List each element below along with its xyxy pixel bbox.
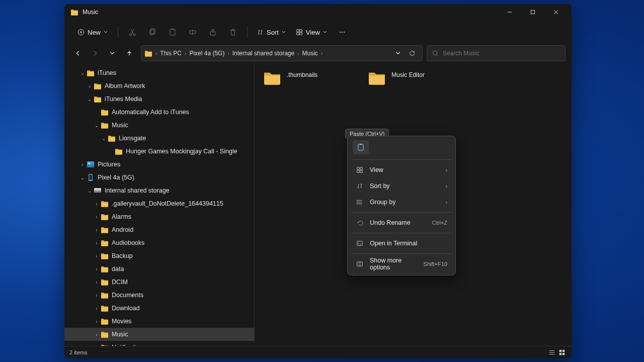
- view-button[interactable]: View: [292, 26, 331, 39]
- expander-icon[interactable]: ›: [93, 345, 101, 346]
- tree-item[interactable]: Hunger Games Mockingjay Call - Single: [64, 145, 254, 158]
- expander-icon[interactable]: ⌄: [78, 175, 87, 180]
- back-button[interactable]: [70, 46, 86, 61]
- tree-item[interactable]: ›.galleryvault_DoNotDelete_1644394115: [64, 197, 254, 210]
- more-button[interactable]: [333, 23, 351, 41]
- expander-icon[interactable]: ⌄: [78, 70, 87, 76]
- expander-icon[interactable]: ⌄: [86, 188, 94, 194]
- expander-icon[interactable]: ›: [93, 306, 101, 311]
- delete-button[interactable]: [224, 23, 242, 41]
- tree-item[interactable]: ›Notifications: [64, 341, 254, 346]
- tree-item[interactable]: ⌄iTunes Media: [64, 93, 254, 106]
- maximize-button[interactable]: [521, 4, 544, 20]
- tree-item[interactable]: ⌄Lionsgate: [64, 132, 254, 145]
- sort-button[interactable]: Sort: [253, 26, 290, 39]
- folder-icon: [263, 70, 282, 86]
- expander-icon[interactable]: ›: [93, 319, 101, 324]
- share-button[interactable]: [204, 23, 222, 41]
- close-button[interactable]: [544, 4, 568, 20]
- expander-icon[interactable]: ⌄: [93, 123, 101, 128]
- expander-icon[interactable]: ›: [78, 162, 87, 167]
- expander-icon[interactable]: ›: [93, 280, 101, 285]
- tree-item[interactable]: ⌄iTunes: [64, 66, 254, 79]
- icons-view-button[interactable]: [557, 348, 567, 357]
- svg-rect-37: [562, 352, 565, 354]
- context-view[interactable]: View›: [351, 162, 452, 178]
- shortcut-label: Shift+F10: [424, 261, 447, 267]
- search-input[interactable]: [443, 50, 560, 57]
- details-view-button[interactable]: [547, 348, 556, 357]
- tree-item[interactable]: ›Movies: [64, 315, 254, 328]
- tree-item[interactable]: ›Alarms: [64, 210, 254, 223]
- expander-icon[interactable]: ›: [93, 227, 101, 233]
- tree-item[interactable]: ⌄Internal shared storage: [64, 184, 254, 197]
- minimize-button[interactable]: [498, 4, 521, 20]
- expander-icon[interactable]: ⌄: [100, 136, 108, 141]
- svg-rect-41: [360, 167, 362, 169]
- context-show-more-options[interactable]: Show more options Shift+F10: [351, 256, 452, 272]
- new-button[interactable]: New: [72, 26, 113, 39]
- sort-icon: [257, 29, 264, 36]
- folder-icon: [367, 70, 386, 86]
- chevron-down-icon: [104, 30, 108, 34]
- up-button[interactable]: [122, 46, 137, 61]
- expander-icon[interactable]: ›: [93, 214, 101, 220]
- search-box[interactable]: [427, 45, 566, 61]
- forward-button[interactable]: [88, 46, 103, 61]
- tree-item[interactable]: ›data: [64, 262, 254, 276]
- rename-button[interactable]: [184, 23, 202, 41]
- context-paste-button[interactable]: [353, 140, 369, 154]
- tree-item[interactable]: ⌄Music: [64, 119, 254, 132]
- tree-item[interactable]: ›Download: [64, 302, 254, 315]
- context-open-terminal[interactable]: Open in Terminal: [351, 235, 452, 251]
- chevron-right-icon: ›: [446, 200, 447, 205]
- tree-item[interactable]: ›Backup: [64, 249, 254, 262]
- tree-item[interactable]: Automatically Add to iTunes: [64, 106, 254, 119]
- recent-locations-button[interactable]: [105, 46, 120, 61]
- status-bar: 2 items: [64, 346, 572, 358]
- expander-icon[interactable]: ›: [93, 201, 101, 207]
- expander-icon[interactable]: ⌄: [86, 97, 94, 102]
- expander-icon[interactable]: ›: [93, 293, 101, 298]
- tree-item[interactable]: ⌄Pixel 4a (5G): [64, 171, 254, 184]
- breadcrumb-seg[interactable]: Internal shared storage: [230, 50, 296, 57]
- context-group-by[interactable]: Group by›: [351, 194, 452, 210]
- item-count: 2 items: [69, 349, 87, 355]
- context-sort-by[interactable]: Sort by›: [351, 178, 452, 194]
- tree-label: Download: [112, 305, 140, 312]
- svg-rect-12: [172, 29, 174, 30]
- breadcrumb-seg[interactable]: This PC: [158, 50, 184, 57]
- context-label: Open in Terminal: [370, 240, 447, 247]
- tree-label: Pictures: [98, 161, 120, 168]
- tree-item[interactable]: ›Android: [64, 223, 254, 236]
- chevron-down-icon: [323, 30, 327, 34]
- folder-item[interactable]: Music Editor: [365, 68, 466, 88]
- tree-item[interactable]: ›DCIM: [64, 276, 254, 289]
- expander-icon[interactable]: ›: [86, 83, 94, 89]
- expander-icon[interactable]: ›: [93, 240, 101, 246]
- view-icon: [296, 29, 303, 36]
- tree-item[interactable]: ›Pictures: [64, 158, 254, 171]
- refresh-button[interactable]: [405, 50, 419, 57]
- cut-button[interactable]: [123, 23, 141, 41]
- view-label: View: [306, 29, 320, 36]
- svg-rect-28: [89, 175, 92, 180]
- expander-icon[interactable]: ›: [93, 253, 101, 259]
- tree-item[interactable]: ›Documents: [64, 289, 254, 302]
- tree-item[interactable]: ›Album Artwork: [64, 79, 254, 93]
- breadcrumb-seg[interactable]: Music: [300, 50, 320, 57]
- folder-item[interactable]: .thumbnails: [261, 68, 361, 88]
- tree-item[interactable]: ›Music: [64, 328, 254, 341]
- breadcrumb-seg[interactable]: Pixel 4a (5G): [187, 50, 226, 57]
- context-undo-rename[interactable]: Undo Rename Ctrl+Z: [351, 215, 452, 231]
- svg-rect-43: [360, 170, 362, 172]
- svg-rect-19: [300, 33, 302, 35]
- copy-button[interactable]: [143, 23, 162, 41]
- breadcrumb-dropdown[interactable]: [391, 51, 405, 56]
- folder-label: .thumbnails: [287, 70, 317, 78]
- tree-item[interactable]: ›Audiobooks: [64, 236, 254, 249]
- paste-button[interactable]: [164, 23, 182, 41]
- expander-icon[interactable]: ›: [93, 266, 101, 272]
- breadcrumb[interactable]: › This PC› Pixel 4a (5G)› Internal share…: [141, 45, 423, 61]
- expander-icon[interactable]: ›: [93, 332, 101, 337]
